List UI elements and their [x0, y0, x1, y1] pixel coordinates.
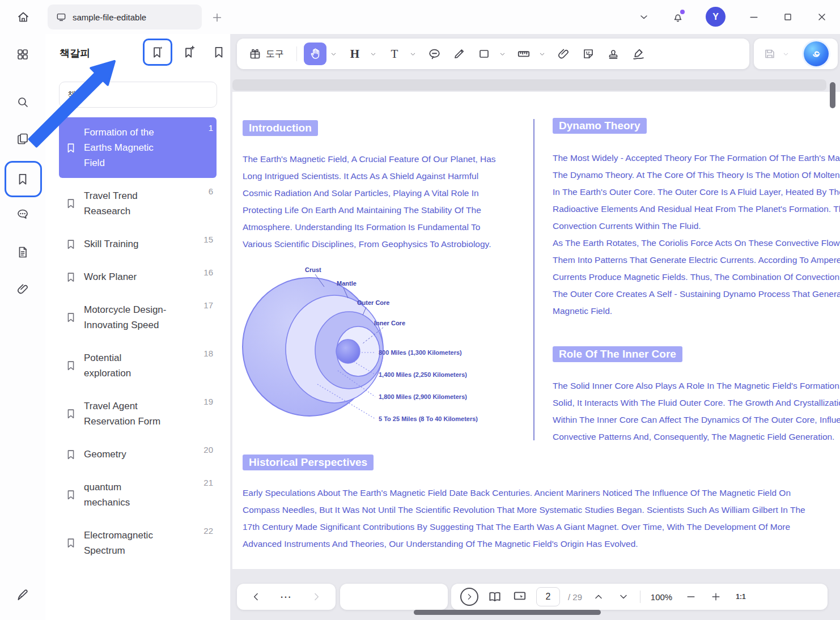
- text-line: Convection Currents Within The Fluid.: [553, 218, 840, 235]
- previous-page-button[interactable]: [590, 587, 607, 607]
- back-button[interactable]: [248, 587, 265, 607]
- text-line: Convective Patterns And, Consequently, T…: [553, 428, 840, 445]
- home-button[interactable]: [14, 7, 33, 27]
- maximize-button[interactable]: [777, 6, 799, 28]
- horizontal-scrollbar-top[interactable]: [232, 79, 826, 91]
- text-tool-dropdown[interactable]: [408, 43, 417, 65]
- page-thumbnails-icon[interactable]: [10, 126, 35, 151]
- bookmark-item-icon: [65, 448, 77, 461]
- page-nav-pill: ⋯: [237, 584, 336, 610]
- bookmark-item[interactable]: Electromagnetic Spectrum 22: [59, 520, 217, 566]
- heading-tool-dropdown[interactable]: [368, 43, 377, 65]
- hand-tool-button[interactable]: [304, 43, 326, 65]
- text-tool-button[interactable]: T: [383, 43, 406, 65]
- heading-tool-button[interactable]: H: [343, 43, 366, 65]
- text-line: The Most Widely - Accepted Theory For Th…: [553, 150, 840, 167]
- bookmark-item-icon: [65, 407, 77, 420]
- ai-assistant-icon[interactable]: [804, 41, 829, 66]
- document-workspace: 도구 H T: [231, 34, 840, 620]
- bookmark-list-button[interactable]: [206, 40, 231, 65]
- tools-menu-button[interactable]: 도구: [243, 43, 290, 65]
- zoom-out-button[interactable]: [682, 587, 699, 607]
- column-divider: [533, 119, 534, 440]
- save-button[interactable]: [758, 43, 781, 65]
- presentation-mode-button[interactable]: [511, 587, 528, 607]
- notifications-button[interactable]: [667, 6, 689, 28]
- actual-size-button[interactable]: 1:1: [732, 587, 749, 607]
- collapse-toolbar-button[interactable]: [633, 6, 655, 28]
- introduction-paragraph: The Earth's Magnetic Field, A Crucial Fe…: [243, 151, 509, 253]
- auto-bookmark-button[interactable]: [143, 39, 172, 66]
- pdf-editor-app: sample-file-editable Y: [0, 0, 840, 620]
- page-notes-icon[interactable]: [10, 240, 35, 265]
- more-options-glyph: ⋯: [280, 590, 292, 604]
- text-line: Currents Produce Magnetic Fields. Thus, …: [553, 269, 840, 286]
- bookmarks-panel-icon[interactable]: [10, 167, 35, 192]
- diagram-measure-2: 1,400 Miles (2,250 Kilometers): [379, 371, 467, 378]
- reading-mode-button[interactable]: [486, 587, 503, 607]
- bookmark-item[interactable]: Motorcycle Design-Innovating Speed 17: [59, 295, 217, 340]
- stamp-tool-button[interactable]: [602, 43, 625, 65]
- comments-icon[interactable]: [10, 202, 35, 227]
- controls-divider: [640, 591, 640, 603]
- horizontal-scrollbar-thumb[interactable]: [414, 610, 601, 615]
- zoom-in-button[interactable]: [707, 587, 724, 607]
- more-options-button[interactable]: ⋯: [278, 587, 295, 607]
- vertical-scrollbar-thumb[interactable]: [830, 82, 835, 108]
- new-tab-button[interactable]: [211, 11, 224, 24]
- draw-tool-icon[interactable]: [10, 583, 35, 608]
- title-bar: sample-file-editable Y: [0, 0, 840, 34]
- bookmarks-panel: 책갈피 Formation of the Earths Magnetic Fie…: [45, 34, 231, 620]
- next-page-button[interactable]: [615, 587, 632, 607]
- toolbar-divider: [296, 46, 297, 61]
- minimize-button[interactable]: [743, 6, 765, 28]
- bookmark-page-number: 1: [209, 123, 213, 133]
- pen-tool-button[interactable]: [448, 43, 470, 65]
- bookmark-item[interactable]: Geometry 20: [59, 439, 217, 469]
- zoom-level: 100%: [648, 592, 674, 602]
- forward-button[interactable]: [308, 587, 325, 607]
- bookmark-item[interactable]: Work Planer 16: [59, 262, 217, 292]
- expand-controls-button[interactable]: [460, 588, 478, 606]
- bookmark-label: Travel Trend Reasearch: [84, 188, 170, 219]
- add-bookmark-button[interactable]: [177, 40, 202, 65]
- save-group: [754, 39, 838, 69]
- signature-tool-button[interactable]: [627, 43, 650, 65]
- comment-tool-button[interactable]: [423, 43, 446, 65]
- apps-grid-icon[interactable]: [10, 42, 35, 67]
- bookmark-item[interactable]: Travel Trend Reasearch 6: [59, 181, 217, 226]
- bookmark-item-icon: [65, 271, 77, 283]
- text-line: The Solid Inner Core Also Plays A Role I…: [553, 377, 840, 394]
- sticker-tool-button[interactable]: [577, 43, 600, 65]
- historical-paragraph: Early Speculations About The Earth's Mag…: [243, 485, 824, 553]
- dynamo-paragraph: The Most Widely - Accepted Theory For Th…: [553, 150, 840, 320]
- attachments-icon[interactable]: [10, 277, 35, 301]
- bookmark-item[interactable]: Formation of the Earths Magnetic Field 1: [59, 117, 217, 178]
- page-number-input[interactable]: 2: [536, 587, 560, 606]
- bookmark-item[interactable]: Potential exploration 18: [59, 343, 217, 388]
- bookmark-page-number: 18: [203, 349, 213, 358]
- bookmark-search-input[interactable]: [60, 82, 217, 107]
- shape-tool-dropdown[interactable]: [498, 43, 507, 65]
- view-controls-pill: 2 / 29 100% 1:1: [451, 584, 828, 610]
- document-tab[interactable]: sample-file-editable: [48, 5, 202, 29]
- bookmark-item[interactable]: Travel Agent Reservation Form 19: [59, 391, 217, 436]
- bookmark-page-number: 20: [203, 445, 213, 455]
- bookmark-item[interactable]: Skill Training 15: [59, 229, 217, 259]
- bookmark-label: quantum mechanics: [84, 479, 170, 510]
- bookmark-page-number: 16: [203, 267, 213, 277]
- bookmark-item-icon: [65, 359, 77, 372]
- user-avatar[interactable]: Y: [706, 7, 726, 27]
- measure-tool-dropdown[interactable]: [537, 43, 546, 65]
- measure-tool-button[interactable]: [512, 43, 535, 65]
- document-tab-title: sample-file-editable: [73, 12, 146, 22]
- save-dropdown[interactable]: [781, 43, 790, 65]
- shape-tool-button[interactable]: [473, 43, 495, 65]
- text-line: Solid, It Interacts With The Fluid Outer…: [553, 394, 840, 411]
- hand-tool-dropdown[interactable]: [329, 43, 338, 65]
- close-button[interactable]: [811, 6, 833, 28]
- user-avatar-initial: Y: [712, 12, 719, 22]
- bookmark-item[interactable]: quantum mechanics 21: [59, 472, 217, 517]
- attach-tool-button[interactable]: [552, 43, 575, 65]
- search-icon[interactable]: [10, 90, 35, 114]
